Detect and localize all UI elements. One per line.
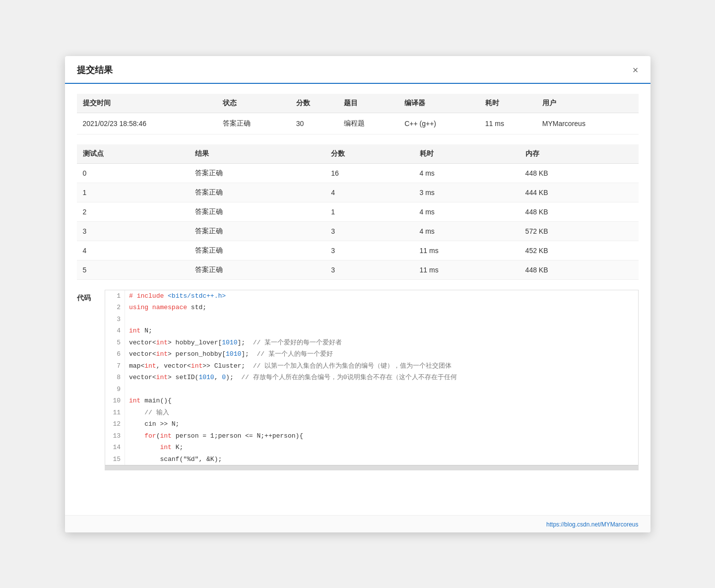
modal-header: 提交结果 × <box>65 56 650 84</box>
testcase-row: 2 答案正确 1 4 ms 448 KB <box>77 202 639 221</box>
tc-score: 16 <box>325 163 413 183</box>
submit-score-value: 30 <box>290 113 338 134</box>
code-line: 8vector<int> setID(1010, 0); // 存放每个人所在的… <box>105 372 638 384</box>
submission-header-row: 提交时间 状态 分数 题目 编译器 耗时 用户 <box>77 94 639 113</box>
testcase-header-row: 测试点 结果 分数 耗时 内存 <box>77 144 639 164</box>
tc-score: 3 <box>325 260 413 279</box>
line-number: 6 <box>105 348 125 360</box>
testcase-row: 4 答案正确 3 11 ms 452 KB <box>77 241 639 260</box>
tc-result: 答案正确 <box>189 163 325 183</box>
tc-time: 11 ms <box>414 241 520 260</box>
tc-col-time: 耗时 <box>414 144 520 164</box>
close-button[interactable]: × <box>633 65 639 75</box>
modal-footer: https://blog.csdn.net/MYMarcoreus <box>65 515 650 532</box>
line-number: 5 <box>105 337 125 349</box>
tc-memory: 452 KB <box>520 241 639 260</box>
line-number: 7 <box>105 360 125 372</box>
footer-link[interactable]: https://blog.csdn.net/MYMarcoreus <box>546 521 638 528</box>
modal-title: 提交结果 <box>77 64 113 76</box>
tc-col-memory: 内存 <box>520 144 639 164</box>
line-number: 1 <box>105 290 125 302</box>
tc-result: 答案正确 <box>189 241 325 260</box>
line-content: map<int, vector<int>> Cluster; // 以第一个加入… <box>125 360 638 372</box>
tc-memory: 448 KB <box>520 202 639 221</box>
col-score: 分数 <box>290 94 338 113</box>
code-line: 12 cin >> N; <box>105 418 638 430</box>
submit-status-value: 答案正确 <box>217 113 290 134</box>
submission-row: 2021/02/23 18:58:46 答案正确 30 编程题 C++ (g++… <box>77 113 639 134</box>
code-line: 1# include <bits/stdc++.h> <box>105 290 638 302</box>
line-content <box>125 384 638 395</box>
line-content: vector<int> person_hobby[1010]; // 某一个人的… <box>125 348 638 360</box>
tc-memory: 448 KB <box>520 163 639 183</box>
tc-id: 3 <box>77 221 189 241</box>
code-line: 7map<int, vector<int>> Cluster; // 以第一个加… <box>105 360 638 372</box>
code-line: 2using namespace std; <box>105 302 638 314</box>
code-line: 15 scanf("%d", &K); <box>105 454 638 465</box>
testcase-row: 1 答案正确 4 3 ms 444 KB <box>77 183 639 202</box>
modal-container: 提交结果 × 提交时间 状态 分数 题目 编译器 耗时 用户 2021/02/2… <box>65 56 650 532</box>
code-line: 3 <box>105 314 638 326</box>
submit-compiler-value: C++ (g++) <box>398 113 479 134</box>
code-line: 5vector<int> hobby_lover[1010]; // 某一个爱好… <box>105 337 638 349</box>
line-content: int main(){ <box>125 395 638 407</box>
line-content: for(int person = 1;person <= N;++person)… <box>125 430 638 442</box>
line-number: 3 <box>105 314 125 326</box>
modal-body: 提交时间 状态 分数 题目 编译器 耗时 用户 2021/02/23 18:58… <box>65 84 650 515</box>
col-user: 用户 <box>536 94 639 113</box>
code-line: 9 <box>105 384 638 395</box>
tc-time: 3 ms <box>414 183 520 202</box>
line-content: // 输入 <box>125 407 638 419</box>
tc-col-score: 分数 <box>325 144 413 164</box>
col-time: 耗时 <box>479 94 536 113</box>
tc-id: 4 <box>77 241 189 260</box>
line-content <box>125 314 638 326</box>
line-content: int K; <box>125 442 638 454</box>
tc-col-id: 测试点 <box>77 144 189 164</box>
submit-time-value: 2021/02/23 18:58:46 <box>77 113 217 134</box>
line-content: using namespace std; <box>125 302 638 314</box>
tc-memory: 444 KB <box>520 183 639 202</box>
col-problem: 题目 <box>338 94 398 113</box>
line-content: vector<int> hobby_lover[1010]; // 某一个爱好的… <box>125 337 638 349</box>
submit-timeused-value: 11 ms <box>479 113 536 134</box>
code-line: 13 for(int person = 1;person <= N;++pers… <box>105 430 638 442</box>
tc-result: 答案正确 <box>189 260 325 279</box>
code-section: 代码 1# include <bits/stdc++.h>2using name… <box>77 290 639 471</box>
tc-col-result: 结果 <box>189 144 325 164</box>
submit-problem-value: 编程题 <box>338 113 398 134</box>
line-number: 14 <box>105 442 125 454</box>
line-content: int N; <box>125 325 638 337</box>
line-content: # include <bits/stdc++.h> <box>125 290 638 302</box>
tc-score: 4 <box>325 183 413 202</box>
line-content: cin >> N; <box>125 418 638 430</box>
col-status: 状态 <box>217 94 290 113</box>
line-number: 12 <box>105 418 125 430</box>
line-number: 9 <box>105 384 125 395</box>
line-number: 8 <box>105 372 125 384</box>
tc-score: 3 <box>325 221 413 241</box>
tc-result: 答案正确 <box>189 202 325 221</box>
code-line: 10int main(){ <box>105 395 638 407</box>
tc-memory: 572 KB <box>520 221 639 241</box>
code-line: 11 // 输入 <box>105 407 638 419</box>
tc-time: 4 ms <box>414 221 520 241</box>
line-number: 11 <box>105 407 125 419</box>
tc-time: 4 ms <box>414 163 520 183</box>
tc-time: 11 ms <box>414 260 520 279</box>
code-horizontal-scrollbar[interactable] <box>105 465 638 470</box>
submission-table: 提交时间 状态 分数 题目 编译器 耗时 用户 2021/02/23 18:58… <box>77 94 639 134</box>
testcase-row: 3 答案正确 3 4 ms 572 KB <box>77 221 639 241</box>
testcase-section: 测试点 结果 分数 耗时 内存 0 答案正确 16 4 ms 448 KB 1 … <box>77 144 639 280</box>
tc-result: 答案正确 <box>189 221 325 241</box>
line-number: 13 <box>105 430 125 442</box>
code-container[interactable]: 1# include <bits/stdc++.h>2using namespa… <box>105 290 639 471</box>
tc-id: 1 <box>77 183 189 202</box>
code-scroll-area[interactable]: 1# include <bits/stdc++.h>2using namespa… <box>105 290 638 465</box>
line-number: 10 <box>105 395 125 407</box>
code-line: 6vector<int> person_hobby[1010]; // 某一个人… <box>105 348 638 360</box>
tc-id: 5 <box>77 260 189 279</box>
tc-memory: 448 KB <box>520 260 639 279</box>
code-line: 4int N; <box>105 325 638 337</box>
code-label: 代码 <box>77 290 97 303</box>
